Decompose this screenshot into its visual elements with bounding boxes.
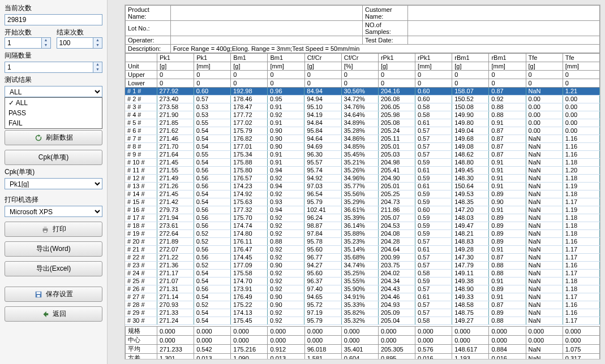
data-cell: NaN xyxy=(526,88,563,96)
printer-select[interactable]: Microsoft XPS xyxy=(5,206,102,217)
cpk-single-button[interactable]: Cpk(单项) xyxy=(5,150,102,165)
table-row[interactable]: # 6 #271.620.54175.790.9095.8435.28%205.… xyxy=(125,127,600,135)
table-row[interactable]: # 26 #271.310.56173.910.9297.4035.90%204… xyxy=(125,285,600,293)
table-row[interactable]: # 10 #271.450.54175.880.9195.5735.21%204… xyxy=(125,159,600,167)
stats-cell: 0.000 xyxy=(231,327,268,336)
table-row[interactable]: # 2 #273.400.57178.460.9594.9434.72%206.… xyxy=(125,96,600,103)
data-cell: 0.58 xyxy=(415,270,452,278)
table-row[interactable]: # 4 #271.900.53177.720.9294.1934.64%205.… xyxy=(125,111,600,119)
data-cell: 0.61 xyxy=(415,167,452,175)
header-cell: 0 xyxy=(452,79,489,88)
data-cell: 0.59 xyxy=(415,190,452,198)
description-label: Description: xyxy=(126,45,171,53)
table-row[interactable]: # 18 #273.610.56174.740.9298.8736.14%204… xyxy=(125,222,600,230)
print-button[interactable]: 打印 xyxy=(5,222,102,237)
header-cell: 0 xyxy=(489,71,526,79)
data-cell: 0.95 xyxy=(268,96,304,103)
data-cell: 35.88% xyxy=(341,230,378,238)
data-table[interactable]: # 1 #277.920.60192.980.9684.9430.56%204.… xyxy=(125,88,600,325)
interval-up[interactable]: ▲ xyxy=(93,62,102,67)
data-cell: 95.72 xyxy=(304,301,341,309)
data-cell: 1.17 xyxy=(563,317,599,325)
table-row[interactable]: # 19 #272.640.52174.800.9297.8435.88%204… xyxy=(125,230,600,238)
table-row[interactable]: # 17 #271.940.56175.700.9296.2435.39%205… xyxy=(125,214,600,222)
data-cell: # 6 # xyxy=(125,127,157,135)
table-row[interactable]: # 8 #271.700.54177.010.9094.6934.85%205.… xyxy=(125,143,600,151)
data-cell: 174.45 xyxy=(230,254,267,262)
data-cell: 35.56% xyxy=(341,190,378,198)
table-row[interactable]: # 5 #271.850.55177.020.9194.8434.89%205.… xyxy=(125,119,600,127)
data-cell: 0.57 xyxy=(415,254,452,262)
data-cell: 1.16 xyxy=(563,309,599,317)
header-cell: Cf/Cr xyxy=(341,54,378,62)
start-count-down[interactable]: ▼ xyxy=(42,43,50,48)
data-cell: 174.74 xyxy=(230,222,267,230)
data-cell: 1.18 xyxy=(563,230,599,238)
result-select[interactable]: ALL xyxy=(5,86,102,97)
table-row[interactable]: # 20 #271.890.52176.110.8895.7835.23%204… xyxy=(125,238,600,246)
end-count-up[interactable]: ▲ xyxy=(93,38,102,43)
table-row[interactable]: # 24 #271.170.54175.580.9295.6035.25%204… xyxy=(125,270,600,278)
table-row[interactable]: # 25 #271.070.54174.700.9296.3735.55%204… xyxy=(125,278,600,285)
table-row[interactable]: # 15 #271.420.54175.630.9395.7935.29%204… xyxy=(125,198,600,206)
save-settings-button[interactable]: 保存设置 xyxy=(5,287,102,302)
data-cell: 0.91 xyxy=(489,119,526,127)
stats-cell: 0.895 xyxy=(378,354,415,360)
table-row[interactable]: # 16 #279.730.56177.320.94102.4136.61%21… xyxy=(125,206,600,214)
table-row[interactable]: # 22 #271.220.56174.450.9296.7735.68%200… xyxy=(125,254,600,262)
table-row[interactable]: # 14 #271.450.54174.920.9296.5435.56%205… xyxy=(125,190,600,198)
data-cell: # 24 # xyxy=(125,270,157,278)
current-count-input[interactable] xyxy=(5,14,102,25)
header-cell: [g] xyxy=(231,62,268,71)
data-cell: 177.02 xyxy=(230,119,267,127)
table-row[interactable]: # 23 #271.360.52177.090.9094.2734.74%203… xyxy=(125,262,600,270)
export-word-button[interactable]: 导出(Word) xyxy=(5,241,102,257)
data-cell: 204.90 xyxy=(378,175,415,183)
data-cell: 0.54 xyxy=(194,198,230,206)
data-cell: 178.46 xyxy=(230,96,267,103)
stats-cell: 0.000 xyxy=(304,327,341,336)
start-count-up[interactable]: ▲ xyxy=(42,38,50,43)
refresh-button[interactable]: 刷新数据 xyxy=(5,130,102,145)
header-cell: rPk1 xyxy=(415,54,452,62)
header-cell: Lower xyxy=(126,79,157,88)
table-row[interactable]: # 11 #271.550.56175.800.9495.7435.26%205… xyxy=(125,167,600,175)
start-count-input[interactable] xyxy=(5,37,42,49)
export-excel-button[interactable]: 导出(Excel) xyxy=(5,261,102,276)
table-row[interactable]: # 27 #271.140.54176.490.9094.6534.91%204… xyxy=(125,293,600,301)
table-row[interactable]: # 21 #272.070.56176.470.9295.6035.14%204… xyxy=(125,246,600,254)
table-row[interactable]: # 12 #271.490.56176.570.9294.9234.96%204… xyxy=(125,175,600,183)
data-cell: 0.00 xyxy=(526,111,563,119)
result-option-all[interactable]: ALL xyxy=(5,98,102,108)
table-row[interactable]: # 30 #271.240.54175.450.9295.7935.32%205… xyxy=(125,317,600,325)
data-cell: 0.94 xyxy=(268,206,304,214)
data-cell: 176.82 xyxy=(230,135,267,143)
data-cell: # 30 # xyxy=(125,317,157,325)
table-row[interactable]: # 28 #270.930.52175.220.9095.7235.33%204… xyxy=(125,301,600,309)
table-row[interactable]: # 1 #277.920.60192.980.9684.9430.56%204.… xyxy=(125,88,600,96)
interval-down[interactable]: ▼ xyxy=(93,67,102,72)
result-option-pass[interactable]: PASS xyxy=(5,108,102,118)
end-count-down[interactable]: ▼ xyxy=(93,43,102,48)
data-cell: 34.72% xyxy=(341,96,378,103)
data-cell: NaN xyxy=(526,254,563,262)
data-cell: 147.79 xyxy=(452,262,489,270)
data-cell: 34.85% xyxy=(341,143,378,151)
table-row[interactable]: # 13 #271.260.56174.230.9497.0335.77%205… xyxy=(125,183,600,190)
print-label: 打印 xyxy=(53,224,66,234)
stats-cell: NaN xyxy=(526,345,563,354)
stats-cell: 0.000 xyxy=(452,336,489,345)
header-cell: [mm] xyxy=(489,62,526,71)
cpk-item-select[interactable]: Pk1[g] xyxy=(5,178,102,189)
interval-input[interactable] xyxy=(5,62,93,73)
table-row[interactable]: # 7 #271.460.54176.820.9094.6434.86%205.… xyxy=(125,135,600,143)
back-button[interactable]: 返回 xyxy=(5,306,102,322)
table-row[interactable]: # 29 #271.330.54174.130.9297.1935.82%205… xyxy=(125,309,600,317)
data-cell: 0.55 xyxy=(194,119,230,127)
table-row[interactable]: # 9 #271.640.55175.340.9196.3035.45%205.… xyxy=(125,151,600,159)
data-cell: 35.33% xyxy=(341,301,378,309)
data-cell: NaN xyxy=(526,206,563,214)
result-option-fail[interactable]: FAIL xyxy=(5,118,102,128)
table-row[interactable]: # 3 #273.580.53178.470.9195.1034.76%206.… xyxy=(125,103,600,111)
end-count-input[interactable] xyxy=(57,37,94,49)
